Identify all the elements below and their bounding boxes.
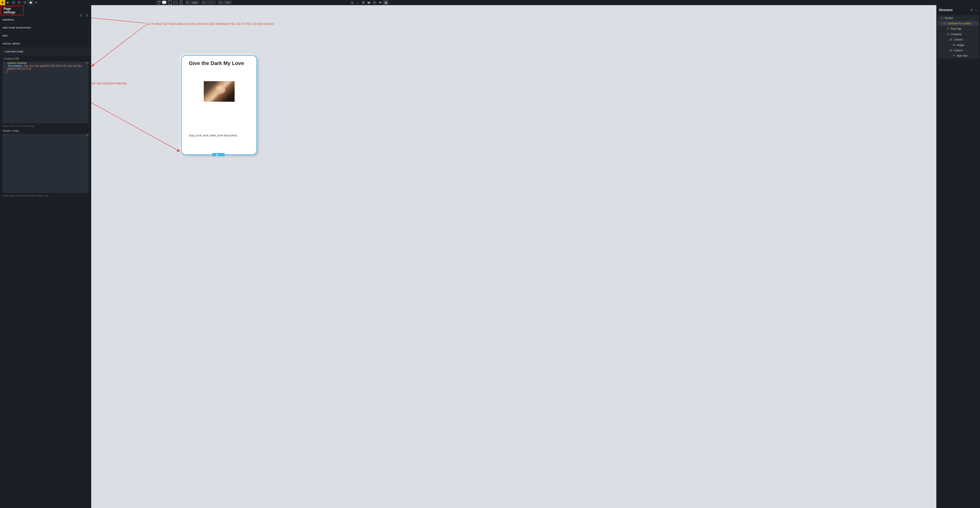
height-value[interactable]: - — [207, 0, 216, 5]
code-val2: rgba(94,104,121,0.3); — [7, 67, 31, 70]
svg-marker-17 — [91, 64, 94, 67]
add-element-icon[interactable]: + — [212, 153, 215, 156]
code-prop: box-shadow — [8, 65, 22, 67]
section-general[interactable]: GENERAL› — [0, 16, 91, 24]
annotation-1: GO TO PAGE SETTINGS AND CLICK ON CUSTOM … — [146, 22, 274, 25]
svg-rect-5 — [164, 4, 165, 4]
play-icon[interactable] — [5, 0, 11, 5]
section-general-label: GENERAL — [3, 19, 14, 21]
svg-line-18 — [91, 71, 180, 152]
chevron-right-icon: › — [88, 27, 89, 29]
css-hint: Adds inline CSS to <head> tag. — [3, 123, 89, 128]
toolbar-center: W 1660 H - % 100 — [156, 0, 233, 5]
svg-point-13 — [80, 14, 81, 16]
undo-icon[interactable] — [349, 0, 355, 5]
mobile-device-icon[interactable] — [178, 0, 184, 5]
section-seo[interactable]: SEO› — [0, 32, 91, 40]
pages-icon[interactable] — [16, 0, 22, 5]
svg-line-14 — [91, 11, 145, 23]
chevron-right-icon: › — [88, 42, 89, 45]
card-description: {acpt_book_book_fields_book-description} — [189, 134, 249, 137]
expand-icon[interactable]: ↔ — [218, 153, 221, 156]
width-control: W 1660 — [185, 0, 199, 5]
tablet-landscape-icon[interactable] — [167, 0, 172, 5]
panel-title: Page settings — [3, 7, 21, 14]
width-value[interactable]: 1660 — [190, 0, 199, 5]
reload-icon[interactable] — [156, 0, 161, 5]
code-selector: .realistic-shadow — [7, 62, 26, 65]
redo-icon[interactable] — [355, 0, 361, 5]
annotation-2: THIS LINE OF CSS WILL ADD THE SHADOW POI… — [91, 82, 127, 85]
canvas[interactable]: Give the Dark My Love {acpt_book_book_fi… — [91, 5, 389, 202]
revisions-icon[interactable] — [22, 0, 28, 5]
save-button[interactable] — [383, 0, 389, 5]
stretch-icon[interactable]: ↕ — [221, 153, 224, 156]
refresh-icon[interactable] — [85, 13, 88, 18]
toolbar-right — [349, 0, 389, 5]
section-customcode-label: CUSTOM CODE — [3, 50, 23, 53]
height-label: H — [202, 0, 206, 5]
svg-rect-2 — [19, 2, 20, 4]
code-brace: { — [26, 62, 27, 65]
svg-rect-7 — [173, 1, 177, 4]
custom-css-label: Custom CSS — [3, 56, 89, 62]
zoom-value[interactable]: 100 — [223, 0, 232, 5]
collapse-editor-icon[interactable]: ‹ — [86, 62, 89, 64]
panel-header-actions — [80, 13, 88, 18]
svg-rect-4 — [162, 1, 166, 3]
folder-icon[interactable] — [366, 0, 372, 5]
svg-rect-10 — [362, 2, 364, 3]
code-close: } — [7, 70, 8, 73]
card-image — [204, 81, 235, 102]
svg-rect-11 — [362, 3, 364, 3]
svg-rect-8 — [180, 1, 182, 5]
svg-line-16 — [91, 24, 146, 67]
svg-rect-9 — [362, 2, 364, 2]
toolbar-left: b — [0, 0, 39, 5]
search-icon[interactable] — [80, 13, 83, 18]
header-scripts-editor[interactable]: ‹ 1 — [3, 134, 89, 193]
add-icon[interactable] — [33, 0, 39, 5]
left-panel: Page settings GENERAL› ONE PAGE NAVIGATI… — [0, 5, 91, 202]
code-val: : -5px -5px 9px rgba(255,255,255,0.45), … — [22, 65, 82, 67]
svg-rect-6 — [168, 1, 171, 5]
collapse-editor-icon[interactable]: ‹ — [86, 134, 89, 137]
section-onepage-label: ONE PAGE NAVIGATION — [3, 27, 31, 29]
section-seo-label: SEO — [3, 35, 8, 37]
section-social[interactable]: SOCIAL MEDIA› — [0, 40, 91, 48]
custom-css-subsection: Custom CSS ‹ 1.realistic-shadow{ 2 box-s… — [0, 56, 91, 199]
top-toolbar: b W 1660 H - % 100 — [0, 0, 389, 5]
section-social-label: SOCIAL MEDIA — [3, 42, 20, 45]
header-scripts-label: Header scripts — [3, 128, 89, 134]
desktop-device-icon[interactable] — [162, 0, 167, 5]
card-title: Give the Dark My Love — [189, 60, 249, 66]
preview-card[interactable]: Give the Dark My Love {acpt_book_book_fi… — [181, 55, 257, 155]
custom-css-editor[interactable]: ‹ 1.realistic-shadow{ 2 box-shadow: -5px… — [3, 62, 89, 123]
section-onepage[interactable]: ONE PAGE NAVIGATION› — [0, 24, 91, 32]
columns-icon[interactable]: ▦ — [215, 153, 218, 156]
header-scripts-hint: Adds scripts right before closing </head… — [3, 193, 89, 197]
section-custom-code[interactable]: CUSTOM CODE⌄ — [0, 48, 91, 56]
chevron-right-icon: › — [88, 19, 89, 21]
chevron-down-icon: ⌄ — [87, 50, 89, 53]
preview-eye-icon[interactable] — [377, 0, 383, 5]
zoom-label: % — [218, 0, 223, 5]
settings-gear-icon[interactable] — [28, 0, 33, 5]
help-icon[interactable] — [11, 0, 16, 5]
element-controls: + ▦ ↔ ↕ — [212, 153, 224, 156]
tablet-portrait-icon[interactable] — [173, 0, 178, 5]
svg-marker-19 — [177, 149, 180, 152]
app-logo[interactable]: b — [0, 0, 5, 5]
list-icon[interactable] — [361, 0, 366, 5]
zoom-control: % 100 — [218, 0, 232, 5]
height-control: H - — [202, 0, 216, 5]
chevron-right-icon: › — [88, 35, 89, 37]
page-settings-header: Page settings — [0, 6, 24, 16]
width-label: W — [185, 0, 190, 5]
wordpress-icon[interactable] — [372, 0, 377, 5]
